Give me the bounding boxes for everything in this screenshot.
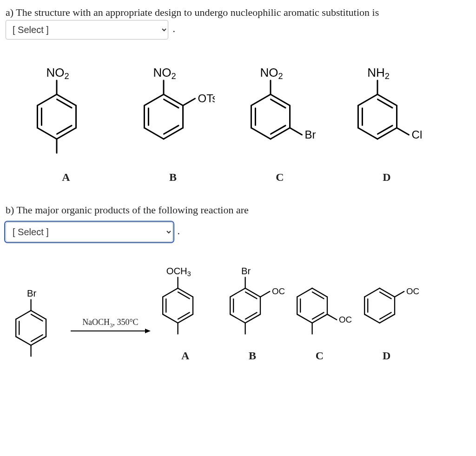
structure-a-A: NO2A <box>24 56 108 185</box>
svg-text:NO2: NO2 <box>153 66 176 81</box>
svg-line-54 <box>16 337 31 345</box>
svg-line-58 <box>31 335 43 341</box>
svg-line-108 <box>380 312 391 319</box>
svg-line-75 <box>245 288 260 297</box>
structure-a-label: D <box>383 169 390 185</box>
svg-line-103 <box>379 314 394 323</box>
svg-line-80 <box>230 288 245 297</box>
svg-line-110 <box>395 291 404 297</box>
svg-text:OCH3: OCH3 <box>406 286 419 297</box>
svg-line-19 <box>164 126 178 134</box>
svg-text:NO2: NO2 <box>260 66 283 81</box>
svg-line-7 <box>57 126 72 134</box>
svg-line-95 <box>312 292 324 298</box>
product-B: BrOCH3B <box>220 258 285 364</box>
svg-line-65 <box>178 314 193 323</box>
reagent-label: NaOCH3, 350°C <box>82 316 139 330</box>
svg-line-17 <box>144 94 164 106</box>
structure-a-label: B <box>169 169 177 185</box>
product-label: C <box>316 347 324 364</box>
svg-line-86 <box>260 291 270 297</box>
svg-line-57 <box>31 314 43 321</box>
part-a-block: a) The structure with an appropriate des… <box>6 5 470 185</box>
part-a-period: . <box>173 23 176 34</box>
svg-line-3 <box>37 128 57 139</box>
structure-a-label: A <box>62 169 70 185</box>
svg-line-101 <box>379 288 394 297</box>
svg-text:Br: Br <box>27 288 37 298</box>
product-A: OCH3A <box>152 258 218 364</box>
structure-a-D: NH2ClD <box>345 56 429 185</box>
svg-line-44 <box>377 99 392 108</box>
reactant: Br <box>6 281 71 364</box>
svg-line-36 <box>290 128 302 135</box>
svg-text:OTs: OTs <box>198 92 215 105</box>
svg-text:NH2: NH2 <box>367 66 390 81</box>
product-label: D <box>383 347 390 364</box>
svg-line-23 <box>183 99 195 106</box>
svg-text:Cl: Cl <box>412 128 423 141</box>
svg-line-81 <box>245 292 257 298</box>
part-b-block: b) The major organic products of the fol… <box>6 202 470 364</box>
svg-line-106 <box>364 288 379 297</box>
svg-line-28 <box>251 128 271 139</box>
svg-line-27 <box>271 128 290 139</box>
svg-text:OCH3: OCH3 <box>272 286 285 297</box>
svg-text:OCH3: OCH3 <box>166 266 191 278</box>
part-a-structures: NO2ANO2OTsBNO2BrCNH2ClD <box>24 56 470 185</box>
svg-line-66 <box>163 314 178 323</box>
svg-line-45 <box>377 126 392 134</box>
svg-line-94 <box>297 288 312 297</box>
part-b-text-row: b) The major organic products of the fol… <box>6 202 470 218</box>
svg-line-89 <box>312 288 327 297</box>
structure-a-C: NO2BrC <box>238 56 322 185</box>
part-b-prompt: b) The major organic products of the fol… <box>6 204 249 216</box>
svg-line-2 <box>57 128 76 139</box>
product-D: OCH3D <box>354 258 419 364</box>
part-b-period: . <box>178 225 180 237</box>
svg-line-30 <box>251 94 271 106</box>
svg-line-78 <box>230 314 245 323</box>
svg-line-53 <box>31 337 46 345</box>
part-b-select[interactable]: [ Select ] <box>6 222 173 242</box>
svg-line-91 <box>312 314 327 323</box>
svg-line-63 <box>178 288 193 297</box>
svg-line-43 <box>358 94 377 106</box>
svg-line-41 <box>358 128 377 139</box>
svg-line-69 <box>178 292 190 298</box>
svg-line-104 <box>364 314 379 323</box>
part-a-prompt: a) The structure with an appropriate des… <box>6 7 379 18</box>
svg-line-51 <box>31 311 46 319</box>
svg-line-92 <box>297 314 312 323</box>
product-label: A <box>181 347 189 364</box>
svg-line-25 <box>271 94 290 106</box>
part-b-reaction: BrNaOCH3, 350°COCH3ABrOCH3BOCH3COCH3D <box>6 258 470 364</box>
svg-line-70 <box>178 312 190 319</box>
part-a-select[interactable]: [ Select ] <box>6 20 168 40</box>
svg-line-38 <box>377 94 397 106</box>
svg-line-107 <box>380 292 391 298</box>
svg-line-5 <box>37 94 57 106</box>
svg-line-96 <box>312 312 324 319</box>
svg-line-82 <box>245 312 257 319</box>
svg-line-40 <box>377 128 397 139</box>
svg-line-14 <box>164 128 183 139</box>
structure-a-B: NO2OTsB <box>131 56 215 185</box>
svg-line-0 <box>57 94 76 106</box>
svg-text:NO2: NO2 <box>46 66 69 81</box>
svg-line-12 <box>164 94 183 106</box>
reaction-arrow: NaOCH3, 350°C <box>71 316 150 364</box>
svg-text:Br: Br <box>241 266 251 276</box>
svg-line-32 <box>271 126 285 134</box>
svg-line-6 <box>57 99 72 108</box>
structure-a-label: C <box>276 169 284 185</box>
part-a-text-row: a) The structure with an appropriate des… <box>6 5 470 40</box>
svg-line-77 <box>245 314 260 323</box>
svg-line-49 <box>397 128 409 135</box>
svg-text:Br: Br <box>305 128 316 141</box>
svg-line-68 <box>163 288 178 297</box>
svg-line-18 <box>164 99 178 108</box>
product-label: B <box>249 347 256 364</box>
svg-line-56 <box>16 311 31 319</box>
product-C: OCH3C <box>287 258 352 364</box>
